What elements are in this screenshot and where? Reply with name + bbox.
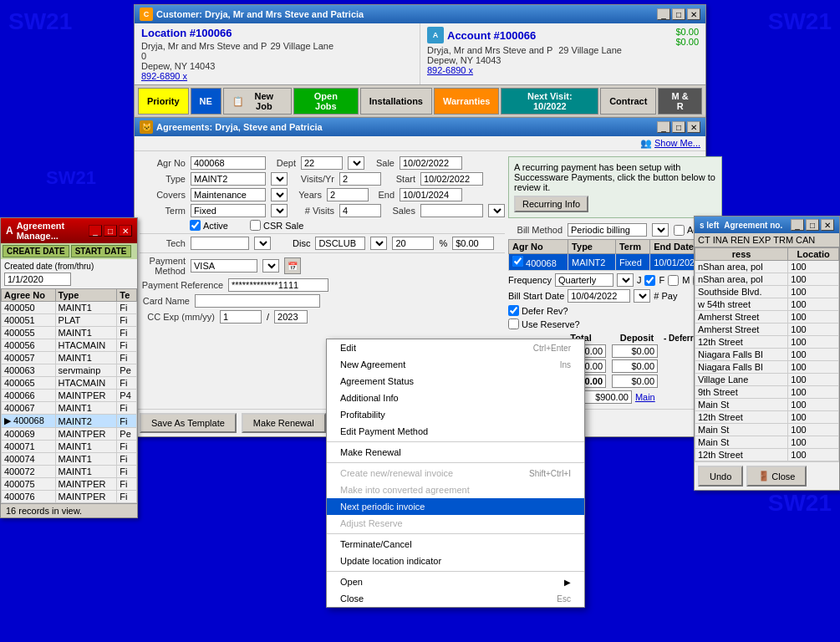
right-row-14[interactable]: Main St100 [695, 436, 839, 449]
mgr-row-6[interactable]: 400065 HTACMAIN Fi [2, 377, 137, 390]
cc-month-input[interactable] [220, 310, 262, 324]
show-me-link[interactable]: Show Me... [654, 138, 700, 148]
ctx-open[interactable]: Open ▶ [327, 573, 584, 590]
ctx-edit-payment[interactable]: Edit Payment Method [327, 423, 584, 440]
pay-ref-input[interactable] [228, 278, 328, 292]
ctx-new-agreement[interactable]: New Agreement Ins [327, 356, 584, 373]
total-deposit-input[interactable] [612, 374, 658, 388]
right-row-10[interactable]: 9th Street100 [695, 386, 839, 399]
freq-select[interactable] [617, 273, 634, 287]
sales-select[interactable] [488, 204, 505, 217]
years-input[interactable] [327, 188, 369, 201]
ctx-additional-info[interactable]: Additional Info [327, 390, 584, 406]
customer-close-btn[interactable]: ✕ [687, 8, 700, 20]
service-deposit-input[interactable] [612, 359, 658, 373]
agr-table-row[interactable]: 400068 MAINT2 Fixed 10/01/2024 [509, 254, 722, 271]
mgr-minimize-btn[interactable]: _ [89, 225, 102, 237]
start-date-btn[interactable]: START DATE [71, 245, 131, 257]
end-input[interactable] [400, 188, 462, 201]
bill-start-select[interactable] [634, 289, 650, 303]
covers-input[interactable] [191, 188, 266, 201]
right-row-13[interactable]: Main St100 [695, 424, 839, 436]
sales-input[interactable] [420, 204, 483, 217]
visits-input[interactable] [339, 172, 381, 186]
defer-checkbox[interactable] [508, 305, 519, 316]
right-row-3[interactable]: w 54th street100 [695, 298, 839, 311]
mgr-row-5[interactable]: 400063 servmainp Pe [2, 364, 137, 377]
mgr-row-2[interactable]: 400055 MAINT1 Fi [2, 327, 137, 339]
right-row-0[interactable]: nShan area, pol100 [695, 261, 839, 273]
balance-input[interactable] [578, 390, 632, 404]
mgr-row-7[interactable]: 400066 MAINTPER P4 [2, 390, 137, 402]
right-row-2[interactable]: Southside Blvd.100 [695, 286, 839, 298]
dept-select[interactable] [348, 156, 364, 170]
location-phone[interactable]: 892-6890 x [141, 71, 413, 81]
sale-input[interactable] [400, 156, 462, 170]
right-row-9[interactable]: Village Lane100 [695, 374, 839, 386]
agr-close-btn[interactable]: ✕ [687, 121, 700, 133]
ctx-close[interactable]: Close Esc [327, 590, 584, 607]
pay-calendar-btn[interactable]: 📅 [284, 257, 301, 274]
mgr-maximize-btn[interactable]: □ [104, 225, 117, 237]
term-input[interactable] [191, 204, 266, 217]
mgr-row-4[interactable]: 400057 MAINT1 Fi [2, 352, 137, 364]
main-link[interactable]: Main [635, 392, 655, 402]
disc-amount[interactable] [452, 237, 494, 250]
account-phone[interactable]: 892-6890 x [427, 65, 622, 75]
mgr-row-14[interactable]: 400075 MAINTPER Fi [2, 478, 137, 491]
card-name-input[interactable] [195, 294, 320, 308]
maint-deposit-input[interactable] [612, 344, 658, 358]
save-template-btn[interactable]: Save As Template [140, 413, 237, 433]
undo-btn[interactable]: Undo [698, 466, 743, 487]
next-visit-btn[interactable]: Next Visit: 10/2022 [501, 88, 598, 115]
agr-maximize-btn[interactable]: □ [672, 121, 685, 133]
right-row-11[interactable]: Main St100 [695, 399, 839, 411]
j-checkbox[interactable] [644, 275, 655, 286]
recurring-info-btn[interactable]: Recurring Info [514, 196, 588, 212]
location-title[interactable]: Location #100066 [141, 27, 413, 39]
dept-input[interactable] [301, 156, 343, 170]
right-close-btn[interactable]: ✕ [821, 219, 834, 231]
mgr-row-9-current[interactable]: ▶ 400068 MAINT2 Fi [2, 415, 137, 428]
disc-input[interactable] [315, 237, 365, 250]
active-checkbox[interactable] [190, 220, 201, 231]
ctx-profitability[interactable]: Profitability [327, 406, 584, 423]
right-row-4[interactable]: Amherst Street100 [695, 311, 839, 324]
pay-method-select[interactable] [262, 259, 279, 273]
tech-input[interactable] [191, 237, 249, 250]
mgr-row-13[interactable]: 400072 MAINT1 Fi [2, 466, 137, 478]
disc-select[interactable] [370, 237, 387, 250]
priority-btn[interactable]: Priority [138, 88, 189, 115]
mgr-row-8[interactable]: 400067 MAINT1 Fi [2, 402, 137, 415]
bill-method-input[interactable] [568, 223, 647, 237]
mr-btn[interactable]: M & R [658, 88, 702, 115]
filter-input[interactable] [4, 273, 71, 286]
mgr-row-1[interactable]: 400051 PLAT Fi [2, 314, 137, 327]
right-row-5[interactable]: Amherst Street100 [695, 324, 839, 336]
mgr-row-11[interactable]: 400071 MAINT1 Fi [2, 441, 137, 453]
create-date-btn[interactable]: CREATE DATE [3, 245, 69, 257]
ne-btn[interactable]: NE [191, 88, 221, 115]
open-jobs-btn[interactable]: Open Jobs [293, 88, 359, 115]
right-row-8[interactable]: Niagara Falls Bl100 [695, 361, 839, 374]
bill-method-select[interactable] [652, 223, 669, 237]
pay-method-input[interactable] [191, 259, 257, 273]
right-row-7[interactable]: Niagara Falls Bl100 [695, 349, 839, 361]
cc-year-input[interactable] [274, 310, 308, 324]
ctx-edit[interactable]: Edit Ctrl+Enter [327, 339, 584, 356]
new-job-btn[interactable]: 📋 New Job [223, 88, 292, 115]
mgr-row-12[interactable]: 400074 MAINT1 Fi [2, 453, 137, 466]
mgr-close-btn[interactable]: ✕ [119, 225, 132, 237]
f-checkbox[interactable] [668, 275, 679, 286]
ctx-agr-status[interactable]: Agreement Status [327, 373, 584, 390]
csr-sale-checkbox[interactable] [250, 220, 261, 231]
right-maximize-btn[interactable]: □ [806, 219, 819, 231]
right-row-12[interactable]: 12th Street100 [695, 411, 839, 424]
covers-select[interactable] [271, 188, 288, 201]
right-row-6[interactable]: 12th Street100 [695, 336, 839, 349]
visits-num-input[interactable] [339, 204, 381, 217]
disc-pct[interactable] [392, 237, 434, 250]
make-renewal-btn[interactable]: Make Renewal [242, 413, 326, 433]
agr-row-checkbox[interactable] [512, 256, 523, 267]
mgr-row-3[interactable]: 400056 HTACMAIN Fi [2, 339, 137, 352]
